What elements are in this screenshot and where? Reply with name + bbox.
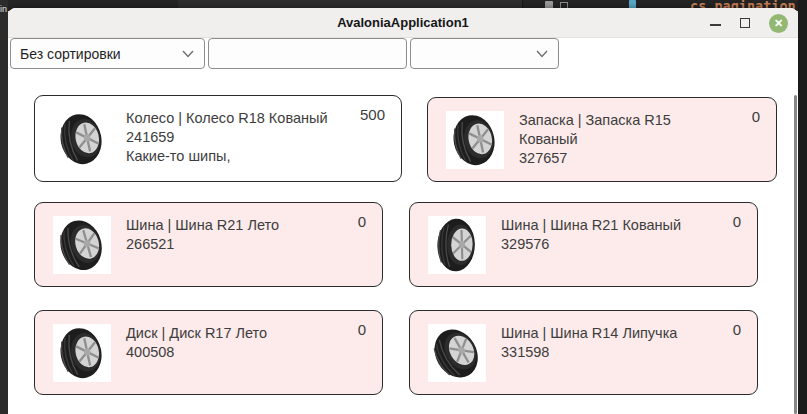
sort-combobox-value: Без сортировки: [20, 46, 121, 62]
product-card[interactable]: Шина | Шина R14 Липучка 331598 0: [409, 310, 758, 395]
close-icon[interactable]: ✕: [769, 14, 788, 33]
tire-image: [446, 111, 504, 169]
product-card[interactable]: Диск | Диск R17 Лето 400508 0: [34, 310, 383, 395]
desktop-right-edge: [798, 0, 807, 414]
stock-count: 0: [358, 321, 366, 338]
product-code: 329576: [501, 235, 681, 254]
product-card[interactable]: Шина | Шина R21 Кованый 329576 0: [409, 202, 758, 287]
vertical-scrollbar[interactable]: [794, 95, 797, 414]
product-code: 400508: [126, 343, 267, 362]
filter-combobox[interactable]: [410, 38, 559, 69]
product-title: Шина | Шина R14 Липучка: [501, 324, 677, 343]
product-note: Какие-то шипы,: [126, 147, 328, 166]
chevron-down-icon: [536, 50, 548, 58]
maximize-icon[interactable]: [740, 18, 750, 28]
app-window: AvaloniaApplication1 ✕ Без сортировки: [8, 8, 798, 414]
search-field[interactable]: [208, 38, 407, 69]
product-title: Колесо | Колесо R18 Кованый: [126, 109, 328, 128]
product-title: Диск | Диск R17 Лето: [126, 324, 267, 343]
stock-count: 0: [358, 213, 366, 230]
toolbar: Без сортировки: [10, 38, 559, 69]
tire-image: [53, 216, 111, 274]
stock-count: 0: [733, 321, 741, 338]
stock-count: 0: [752, 108, 760, 125]
product-code: 331598: [501, 343, 677, 362]
tire-image: [428, 324, 486, 382]
product-code: 327657: [519, 149, 720, 168]
product-card[interactable]: Колесо | Колесо R18 Кованый 241659 Какие…: [34, 95, 402, 182]
window-title: AvaloniaApplication1: [8, 15, 798, 30]
chevron-down-icon: [182, 50, 194, 58]
product-code: 266521: [126, 235, 279, 254]
product-card[interactable]: Запаска | Запаска R15 Кованый 327657 0: [427, 97, 777, 182]
desktop-left-edge: in: [0, 0, 8, 414]
product-code: 241659: [126, 128, 328, 147]
stock-count: 0: [733, 213, 741, 230]
tire-image: [53, 324, 111, 382]
minimize-icon[interactable]: [710, 24, 721, 26]
titlebar[interactable]: AvaloniaApplication1 ✕: [8, 8, 798, 38]
desktop-left-text: in: [0, 4, 7, 14]
sort-combobox[interactable]: Без сортировки: [10, 38, 205, 69]
product-title: Шина | Шина R21 Кованый: [501, 216, 681, 235]
stock-count: 500: [360, 106, 385, 123]
product-title: Запаска | Запаска R15 Кованый: [519, 111, 720, 149]
tire-image: [428, 216, 486, 274]
product-card[interactable]: Шина | Шина R21 Лето 266521 0: [34, 202, 383, 287]
search-input[interactable]: [209, 39, 406, 68]
product-title: Шина | Шина R21 Лето: [126, 216, 279, 235]
tire-image: [53, 110, 111, 168]
